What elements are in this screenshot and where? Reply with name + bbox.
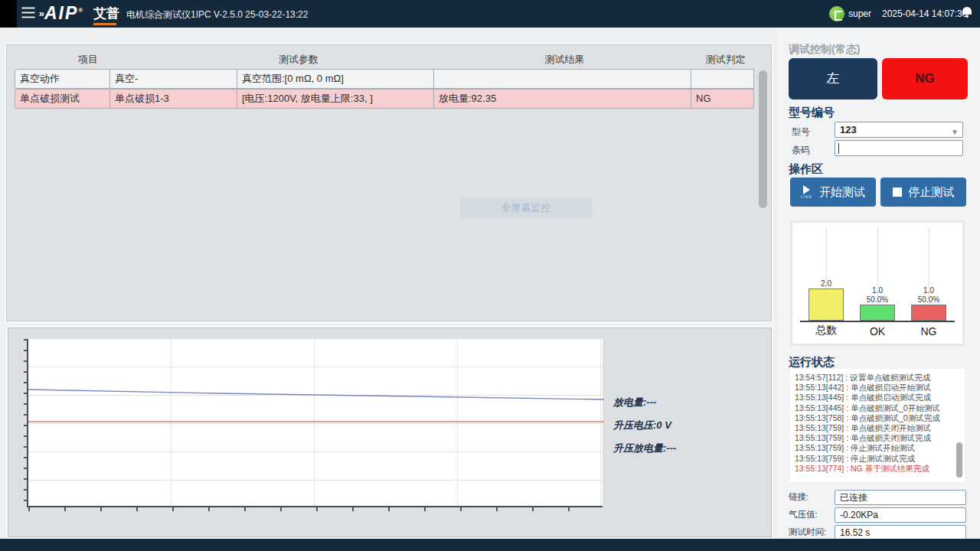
table-scrollbar-thumb[interactable] <box>759 70 767 208</box>
corner-block <box>0 0 17 28</box>
stat-bar-group: 2.0 总数 <box>805 229 848 321</box>
cell-judge: NG <box>691 89 754 109</box>
table-header: 项目 测试参数 测试结果 测试判定 <box>15 51 757 68</box>
stat-category-label: 总数 <box>815 324 837 337</box>
cell-result <box>433 69 691 89</box>
stop-test-button[interactable]: 停止测试 <box>880 178 966 207</box>
debug-control-header: 调试控制(常态) <box>789 43 860 57</box>
stat-category-label: NG <box>921 325 937 337</box>
status-fields: 链接: 已连接 气压值: -0.20KPa 测试时间: 16.52 s <box>789 488 966 541</box>
col-header-judge: 测试判定 <box>694 51 757 68</box>
stat-percent-label: 50.0% <box>867 295 888 305</box>
model-select[interactable]: 123 ▼ <box>835 122 963 138</box>
status-field-label: 测试时间: <box>789 527 835 538</box>
stat-bar <box>911 305 946 321</box>
x-axis-ticks <box>28 507 604 511</box>
model-label: 型号 <box>792 126 810 139</box>
cell-judge <box>691 69 754 89</box>
stat-bar <box>860 305 895 321</box>
test-results-panel: 项目 测试参数 测试结果 测试判定 真空动作 真空- 真空范围:[0 mΩ, 0… <box>6 44 772 321</box>
operation-section-header: 操作区 <box>789 162 823 177</box>
table-scrollbar[interactable] <box>758 69 769 317</box>
control-sidebar: 调试控制(常态) 左 NG 型号编号 型号 123 ▼ 条码 操作区 LINE … <box>778 28 980 539</box>
chevron-down-icon: ▼ <box>951 125 959 139</box>
run-status-log[interactable]: 13:54:57[112] : 设置单点破损测试完成 13:55:13[442]… <box>790 369 965 482</box>
brand-logo-cn: 艾普 <box>93 5 119 25</box>
voltage-line <box>28 390 604 399</box>
log-entry: 13:55:13[758] : 单点破损测试_0测试完成 <box>795 413 962 423</box>
stop-icon <box>893 187 902 197</box>
log-entry: 13:55:13[445] : 单点破损测试_0开始测试 <box>795 403 962 413</box>
log-entry: 13:55:13[445] : 单点破损启动测试完成 <box>795 393 962 403</box>
start-test-button[interactable]: LINE 开始测试 <box>790 178 876 207</box>
table-row[interactable]: 真空动作 真空- 真空范围:[0 mΩ, 0 mΩ] <box>15 69 754 89</box>
table-watermark: 全屏幕监控 <box>460 198 592 218</box>
log-entry: 13:55:13[442] : 单点破损启动开始测试 <box>795 383 962 393</box>
status-field-label: 链接: <box>789 491 835 503</box>
user-avatar-icon[interactable] <box>829 6 844 21</box>
col-header-item: 项目 <box>15 51 162 68</box>
cell-params: 真空范围:[0 mΩ, 0 mΩ] <box>237 69 434 89</box>
cell-item: 真空动作 <box>15 69 110 89</box>
datetime: 2025-04-14 14:07:30 <box>882 8 967 19</box>
cell-result: 放电量:92.35 <box>433 89 691 109</box>
username: super <box>848 8 871 19</box>
model-section-header: 型号编号 <box>789 106 835 120</box>
text-caret <box>838 143 839 154</box>
play-icon: LINE <box>801 185 812 199</box>
cell-name: 单点破损1-3 <box>109 89 237 109</box>
log-scrollbar-thumb[interactable] <box>956 442 962 478</box>
barcode-label: 条码 <box>792 144 810 157</box>
status-field-row: 气压值: -0.20KPa <box>789 506 966 523</box>
barcode-input[interactable] <box>835 140 963 156</box>
table-row[interactable]: 单点破损测试 单点破损1-3 [电压:1200V, 放电量上限:33, ] 放电… <box>15 89 754 109</box>
stat-category-label: OK <box>870 325 885 337</box>
boost-discharge-readout: 升压放电量:--- <box>613 442 676 455</box>
waveform-plot <box>27 339 603 507</box>
hamburger-menu-icon[interactable]: » <box>21 7 44 21</box>
ng-result-button[interactable]: NG <box>882 58 968 99</box>
log-entry: 13:55:13[759] : 单点破损关闭测试完成 <box>795 433 962 443</box>
log-entry: 13:55:13[759] : 停止测试测试完成 <box>795 454 962 464</box>
stat-bar-group: 1.0 50.0% OK <box>856 229 899 321</box>
log-entry: 13:54:57[112] : 设置单点破损测试完成 <box>795 373 962 383</box>
stat-bar <box>808 289 844 321</box>
cell-name: 真空- <box>109 69 237 89</box>
cell-item: 单点破损测试 <box>15 89 110 109</box>
stat-percent-label: 50.0% <box>918 295 939 305</box>
status-field-label: 气压值: <box>789 509 835 520</box>
stat-value-label: 1.0 <box>872 286 883 295</box>
boost-voltage-readout: 升压电压:0 V <box>613 419 671 432</box>
notification-bell-icon[interactable] <box>962 7 972 18</box>
col-header-params: 测试参数 <box>162 51 436 68</box>
stat-value-label: 1.0 <box>923 286 934 295</box>
waveform-panel: 放电量:--- 升压电压:0 V 升压放电量:--- <box>8 328 772 537</box>
log-entry: 13:55:13[774] : NG 基于测试结果完成 <box>795 464 962 474</box>
stats-bars: 2.0 总数 1.0 50.0% OK 1.0 50.0% NG <box>800 229 955 322</box>
left-station-button[interactable]: 左 <box>789 58 877 99</box>
run-status-header: 运行状态 <box>789 355 835 370</box>
status-field-value[interactable]: -0.20KPa <box>835 507 966 523</box>
cell-params: [电压:1200V, 放电量上限:33, ] <box>237 89 434 109</box>
stat-bar-group: 1.0 50.0% NG <box>907 229 950 321</box>
top-bar: » AIP® 艾普 电机综合测试仪1IPC V-2.5.0 25-03-22-1… <box>0 0 980 28</box>
log-entry: 13:55:13[759] : 单点破损关闭开始测试 <box>795 423 962 433</box>
status-field-row: 链接: 已连接 <box>789 488 966 506</box>
log-entry: 13:55:13[759] : 停止测试开始测试 <box>795 443 962 453</box>
brand-logo: AIP® <box>44 3 84 24</box>
y-axis-ticks <box>24 339 28 507</box>
col-header-result: 测试结果 <box>436 51 694 68</box>
discharge-readout: 放电量:--- <box>613 396 656 409</box>
app-title: 电机综合测试仪1IPC V-2.5.0 25-03-22-13:22 <box>126 8 308 21</box>
stat-value-label: 2.0 <box>821 279 831 289</box>
status-field-value[interactable]: 16.52 s <box>835 525 966 540</box>
status-field-value[interactable]: 已连接 <box>835 490 966 505</box>
stats-chart-card: 2.0 总数 1.0 50.0% OK 1.0 50.0% NG <box>790 220 965 346</box>
bottom-bar <box>0 539 980 551</box>
